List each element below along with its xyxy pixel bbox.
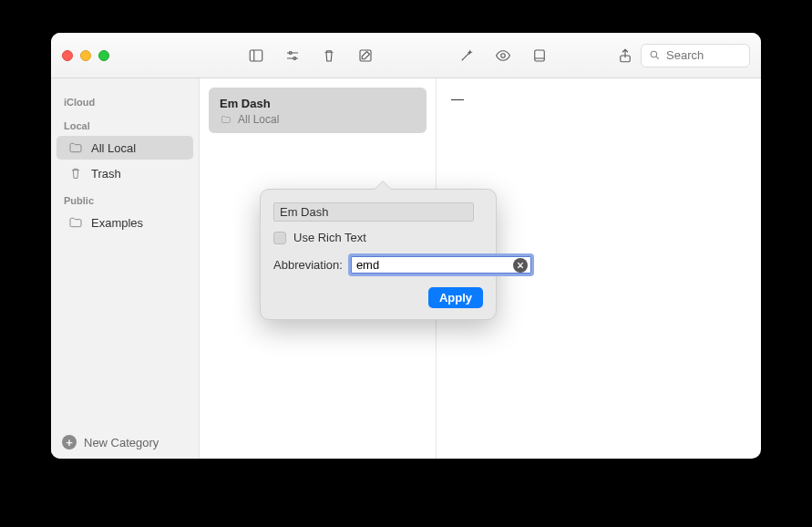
snippet-content-text: — <box>451 91 464 106</box>
trash-icon <box>67 166 84 181</box>
svg-point-11 <box>651 51 657 57</box>
snippet-title: Em Dash <box>220 97 416 110</box>
abbreviation-field[interactable] <box>348 253 534 276</box>
search-input[interactable] <box>666 48 739 62</box>
abbreviation-row: Abbreviation: <box>273 253 483 276</box>
window-icon[interactable] <box>531 47 548 64</box>
new-category-button[interactable]: + New Category <box>51 426 199 459</box>
search-field[interactable] <box>641 44 750 67</box>
minimize-window-button[interactable] <box>80 50 91 61</box>
sidebar-item-label: Examples <box>91 216 143 230</box>
settings-sliders-icon[interactable] <box>284 47 301 64</box>
svg-point-7 <box>501 53 506 57</box>
sidebar-toggle-icon[interactable] <box>248 47 264 64</box>
delete-icon[interactable] <box>321 47 337 64</box>
svg-line-12 <box>656 57 659 59</box>
preview-eye-icon[interactable] <box>495 47 511 64</box>
sidebar-item-all-local[interactable]: All Local <box>57 136 193 160</box>
sidebar-item-trash[interactable]: Trash <box>57 161 193 185</box>
rich-text-row: Use Rich Text <box>273 231 483 244</box>
abbreviation-input[interactable] <box>353 256 513 274</box>
folder-icon <box>67 140 84 155</box>
sidebar-item-label: All Local <box>91 141 136 155</box>
folder-icon <box>67 215 84 230</box>
sidebar-item-label: Trash <box>91 167 121 181</box>
snippet-subtitle: All Local <box>220 113 416 126</box>
titlebar <box>51 33 761 78</box>
apply-row: Apply <box>273 287 483 308</box>
magic-wand-icon[interactable] <box>458 47 475 64</box>
new-category-label: New Category <box>84 436 159 450</box>
sidebar: iCloud Local All Local Trash Public Exam <box>51 78 200 459</box>
sidebar-section-local: Local <box>51 117 199 135</box>
sidebar-item-examples[interactable]: Examples <box>57 211 193 234</box>
sidebar-section-icloud: iCloud <box>51 93 199 111</box>
x-icon <box>517 262 524 269</box>
compose-icon[interactable] <box>357 47 374 64</box>
search-icon <box>649 49 661 61</box>
clear-abbreviation-button[interactable] <box>513 258 528 273</box>
toolbar-right-group <box>458 47 548 64</box>
abbreviation-label: Abbreviation: <box>273 258 343 272</box>
window-controls <box>62 50 109 61</box>
zoom-window-button[interactable] <box>98 50 109 61</box>
toolbar-left-group <box>248 47 374 64</box>
snippet-subtitle-text: All Local <box>238 113 279 126</box>
svg-rect-8 <box>535 50 545 61</box>
sidebar-section-public: Public <box>51 191 199 210</box>
rich-text-label: Use Rich Text <box>293 231 366 244</box>
apply-button[interactable]: Apply <box>428 287 483 308</box>
plus-icon: + <box>62 435 77 450</box>
app-window: iCloud Local All Local Trash Public Exam <box>51 33 761 459</box>
snippet-list-item[interactable]: Em Dash All Local <box>209 88 427 133</box>
svg-rect-0 <box>250 50 262 61</box>
close-window-button[interactable] <box>62 50 73 61</box>
share-icon[interactable] <box>617 47 633 64</box>
rich-text-checkbox[interactable] <box>273 232 286 244</box>
snippet-name-input[interactable] <box>273 202 474 222</box>
edit-snippet-popover: Use Rich Text Abbreviation: Apply <box>260 189 497 320</box>
folder-icon <box>220 114 232 125</box>
